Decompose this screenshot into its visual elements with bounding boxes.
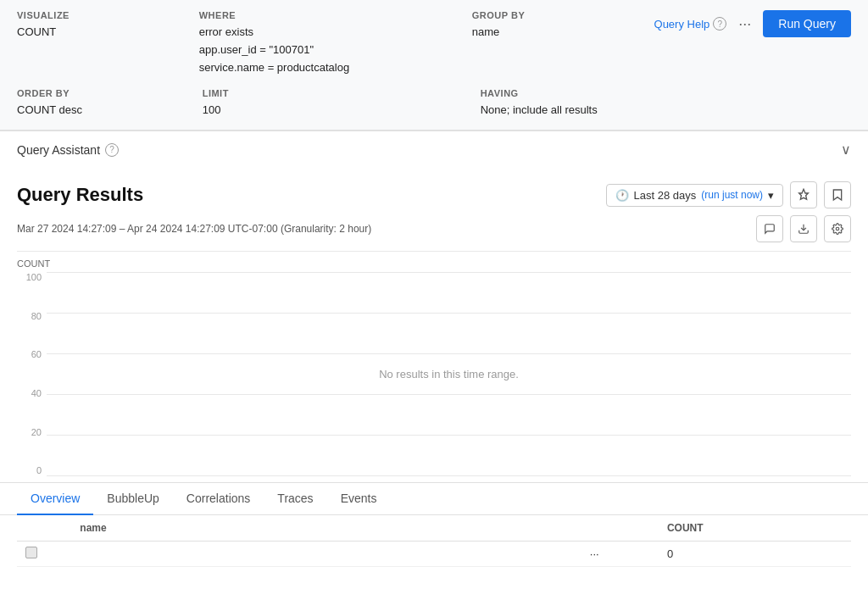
row-checkbox[interactable] — [25, 547, 37, 558]
row-checkbox-cell — [17, 542, 71, 567]
row-name — [71, 542, 530, 567]
settings-button[interactable] — [824, 215, 851, 242]
chart-y-label: COUNT — [17, 258, 851, 269]
query-assistant-help-icon: ? — [105, 143, 119, 157]
grid-line-40 — [47, 394, 851, 395]
tab-overview[interactable]: Overview — [17, 483, 93, 515]
y-tick-40: 40 — [31, 388, 42, 398]
run-query-button[interactable]: Run Query — [763, 10, 851, 37]
grid-line-80 — [47, 313, 851, 314]
svg-point-1 — [836, 227, 839, 231]
clock-icon: 🕐 — [615, 189, 629, 202]
group-by-value: name — [472, 24, 654, 42]
table-header-row: name COUNT — [17, 515, 851, 542]
order-by-col: ORDER BY COUNT desc — [17, 88, 203, 119]
chart-area: COUNT 100 80 60 40 20 0 No results in th… — [17, 251, 851, 475]
y-tick-80: 80 — [31, 311, 42, 321]
row-count: 0 — [659, 542, 851, 567]
y-tick-0: 0 — [36, 465, 42, 475]
results-table: name COUNT ··· 0 — [17, 515, 851, 567]
settings-icon — [832, 223, 843, 235]
having-value: None; include all results — [481, 102, 851, 119]
grid-line-20 — [47, 435, 851, 436]
pin-icon — [797, 188, 810, 202]
tab-bubbleup[interactable]: BubbleUp — [93, 483, 173, 515]
visualize-value: COUNT — [17, 24, 199, 42]
having-label: HAVING — [481, 88, 851, 98]
comment-button[interactable] — [756, 215, 783, 242]
time-range-button[interactable]: 🕐 Last 28 days (run just now) ▾ — [606, 184, 783, 207]
pin-button[interactable] — [790, 181, 817, 208]
results-title: Query Results — [17, 184, 143, 206]
limit-label: LIMIT — [203, 88, 481, 98]
limit-col: LIMIT 100 — [203, 88, 481, 119]
results-meta-icons — [756, 215, 851, 242]
query-section: VISUALIZE COUNT WHERE error exists app.u… — [0, 0, 868, 131]
chevron-down-icon: ∨ — [841, 142, 851, 158]
group-by-label: GROUP BY — [472, 10, 654, 20]
row-dots[interactable]: ··· — [531, 542, 659, 567]
tabs-section: Overview BubbleUp Correlations Traces Ev… — [0, 482, 868, 515]
bookmark-button[interactable] — [824, 181, 851, 208]
chart-no-results: No results in this time range. — [379, 368, 519, 380]
tabs-bar: Overview BubbleUp Correlations Traces Ev… — [0, 483, 868, 515]
where-col: WHERE error exists app.user_id = "100701… — [199, 10, 472, 76]
col-header-checkbox — [17, 515, 71, 542]
where-label: WHERE — [199, 10, 472, 20]
y-tick-100: 100 — [26, 272, 42, 282]
grid-line-100 — [47, 272, 851, 273]
visualize-label: VISUALIZE — [17, 10, 199, 20]
query-header-row: VISUALIZE COUNT WHERE error exists app.u… — [17, 10, 851, 76]
query-help-label: Query Help — [654, 18, 710, 31]
table-row: ··· 0 — [17, 542, 851, 567]
query-second-row: ORDER BY COUNT desc LIMIT 100 HAVING Non… — [17, 88, 851, 119]
tab-traces[interactable]: Traces — [264, 483, 326, 515]
query-assistant-bar[interactable]: Query Assistant ? ∨ — [0, 131, 868, 168]
query-assistant-text: Query Assistant — [17, 143, 100, 157]
visualize-col: VISUALIZE COUNT — [17, 10, 199, 42]
chart-inner: 100 80 60 40 20 0 No results in this tim… — [17, 272, 851, 475]
limit-value: 100 — [203, 102, 481, 119]
col-header-dots — [531, 515, 659, 542]
chart-plot: No results in this time range. — [47, 272, 851, 475]
where-line-2: app.user_id = "100701" — [199, 42, 472, 59]
download-icon — [798, 223, 810, 235]
col-header-name: name — [71, 515, 530, 542]
results-section: Query Results 🕐 Last 28 days (run just n… — [0, 168, 868, 475]
tab-events[interactable]: Events — [327, 483, 391, 515]
tab-correlations[interactable]: Correlations — [173, 483, 264, 515]
results-meta-range: Mar 27 2024 14:27:09 – Apr 24 2024 14:27… — [17, 223, 371, 235]
group-by-col: GROUP BY name — [472, 10, 654, 42]
order-by-label: ORDER BY — [17, 88, 203, 98]
results-meta: Mar 27 2024 14:27:09 – Apr 24 2024 14:27… — [17, 215, 851, 242]
y-tick-60: 60 — [31, 349, 42, 359]
download-button[interactable] — [790, 215, 817, 242]
query-controls: Query Help ? ··· Run Query — [654, 10, 851, 37]
where-line-3: service.name = productcatalog — [199, 59, 472, 77]
chevron-down-icon: ▾ — [768, 189, 774, 202]
query-help-icon: ? — [713, 17, 726, 31]
query-assistant-label: Query Assistant ? — [17, 143, 119, 157]
having-col: HAVING None; include all results — [481, 88, 851, 119]
results-controls: 🕐 Last 28 days (run just now) ▾ — [606, 181, 851, 208]
col-header-count: COUNT — [659, 515, 851, 542]
bookmark-icon — [831, 188, 844, 202]
where-line-1: error exists — [199, 24, 472, 42]
where-value: error exists app.user_id = "100701" serv… — [199, 24, 472, 76]
table-section: name COUNT ··· 0 — [0, 515, 868, 567]
grid-line-0 — [47, 475, 851, 476]
query-more-button[interactable]: ··· — [735, 14, 754, 35]
grid-line-60 — [47, 353, 851, 354]
y-tick-20: 20 — [31, 427, 42, 437]
results-header: Query Results 🕐 Last 28 days (run just n… — [17, 181, 851, 208]
query-help-link[interactable]: Query Help ? — [654, 17, 727, 31]
comment-icon — [764, 223, 776, 235]
time-range-label: Last 28 days — [634, 189, 697, 202]
time-range-run: (run just now) — [701, 189, 763, 201]
chart-y-axis: 100 80 60 40 20 0 — [17, 272, 47, 475]
order-by-value: COUNT desc — [17, 102, 203, 119]
